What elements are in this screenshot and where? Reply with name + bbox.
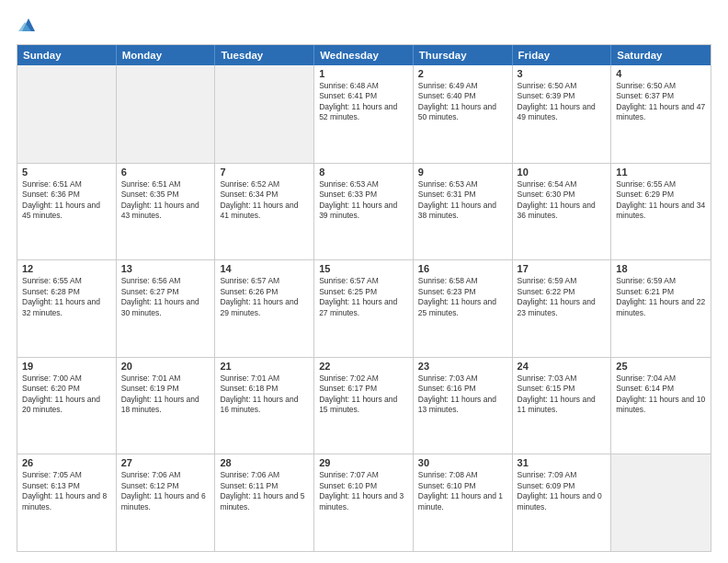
day-number: 2 xyxy=(418,68,507,79)
day-info: Sunrise: 6:52 AM Sunset: 6:34 PM Dayligh… xyxy=(220,179,309,222)
day-number: 31 xyxy=(518,457,607,468)
page: SundayMondayTuesdayWednesdayThursdayFrid… xyxy=(0,0,728,563)
day-info: Sunrise: 7:09 AM Sunset: 6:09 PM Dayligh… xyxy=(518,470,607,512)
calendar-row-2: 5Sunrise: 6:51 AM Sunset: 6:36 PM Daylig… xyxy=(17,163,711,260)
day-number: 1 xyxy=(319,68,408,79)
day-info: Sunrise: 6:57 AM Sunset: 6:25 PM Dayligh… xyxy=(319,276,408,318)
day-number: 6 xyxy=(121,167,210,178)
day-info: Sunrise: 6:59 AM Sunset: 6:22 PM Dayligh… xyxy=(518,276,607,318)
day-info: Sunrise: 6:55 AM Sunset: 6:29 PM Dayligh… xyxy=(616,179,706,222)
logo-icon xyxy=(18,15,39,35)
day-info: Sunrise: 6:58 AM Sunset: 6:23 PM Dayligh… xyxy=(418,276,507,318)
calendar-cell-29: 29Sunrise: 7:07 AM Sunset: 6:10 PM Dayli… xyxy=(314,454,414,551)
calendar-cell-3: 3Sunrise: 6:50 AM Sunset: 6:39 PM Daylig… xyxy=(513,65,612,163)
day-info: Sunrise: 7:01 AM Sunset: 6:19 PM Dayligh… xyxy=(121,373,210,416)
day-info: Sunrise: 6:55 AM Sunset: 6:28 PM Dayligh… xyxy=(22,276,111,318)
day-info: Sunrise: 7:00 AM Sunset: 6:20 PM Dayligh… xyxy=(22,373,111,416)
calendar-cell-empty-0-0 xyxy=(17,65,117,163)
calendar-cell-24: 24Sunrise: 7:03 AM Sunset: 6:15 PM Dayli… xyxy=(513,358,612,454)
calendar-cell-empty-4-6 xyxy=(611,454,711,551)
calendar-body: 1Sunrise: 6:48 AM Sunset: 6:41 PM Daylig… xyxy=(17,65,711,551)
day-number: 26 xyxy=(22,457,111,468)
calendar-cell-empty-0-1 xyxy=(117,65,216,163)
calendar-cell-28: 28Sunrise: 7:06 AM Sunset: 6:11 PM Dayli… xyxy=(215,454,314,551)
calendar-cell-7: 7Sunrise: 6:52 AM Sunset: 6:34 PM Daylig… xyxy=(215,164,314,260)
day-info: Sunrise: 7:07 AM Sunset: 6:10 PM Dayligh… xyxy=(319,470,408,512)
calendar-cell-21: 21Sunrise: 7:01 AM Sunset: 6:18 PM Dayli… xyxy=(215,358,314,454)
day-number: 25 xyxy=(616,361,706,372)
day-number: 8 xyxy=(319,167,408,178)
weekday-header-saturday: Saturday xyxy=(611,45,711,65)
day-number: 18 xyxy=(616,263,706,274)
day-info: Sunrise: 6:53 AM Sunset: 6:33 PM Dayligh… xyxy=(319,179,408,222)
day-number: 5 xyxy=(22,167,111,178)
day-number: 23 xyxy=(418,361,507,372)
day-info: Sunrise: 6:56 AM Sunset: 6:27 PM Dayligh… xyxy=(121,276,210,318)
day-number: 4 xyxy=(616,68,706,79)
calendar-cell-10: 10Sunrise: 6:54 AM Sunset: 6:30 PM Dayli… xyxy=(513,164,612,260)
day-number: 10 xyxy=(518,167,607,178)
day-info: Sunrise: 6:50 AM Sunset: 6:39 PM Dayligh… xyxy=(518,81,607,123)
calendar-cell-5: 5Sunrise: 6:51 AM Sunset: 6:36 PM Daylig… xyxy=(17,164,117,260)
day-number: 7 xyxy=(220,167,309,178)
calendar-cell-1: 1Sunrise: 6:48 AM Sunset: 6:41 PM Daylig… xyxy=(314,65,414,163)
day-info: Sunrise: 6:51 AM Sunset: 6:35 PM Dayligh… xyxy=(121,179,210,222)
calendar-cell-15: 15Sunrise: 6:57 AM Sunset: 6:25 PM Dayli… xyxy=(314,260,414,357)
day-info: Sunrise: 7:01 AM Sunset: 6:18 PM Dayligh… xyxy=(220,373,309,416)
day-number: 14 xyxy=(220,263,309,274)
weekday-header-monday: Monday xyxy=(117,45,216,65)
calendar-cell-31: 31Sunrise: 7:09 AM Sunset: 6:09 PM Dayli… xyxy=(513,454,612,551)
calendar-cell-27: 27Sunrise: 7:06 AM Sunset: 6:12 PM Dayli… xyxy=(117,454,216,551)
calendar-cell-17: 17Sunrise: 6:59 AM Sunset: 6:22 PM Dayli… xyxy=(513,260,612,357)
calendar-cell-16: 16Sunrise: 6:58 AM Sunset: 6:23 PM Dayli… xyxy=(414,260,513,357)
weekday-header-tuesday: Tuesday xyxy=(215,45,314,65)
day-info: Sunrise: 6:50 AM Sunset: 6:37 PM Dayligh… xyxy=(616,81,706,123)
day-number: 3 xyxy=(518,68,607,79)
calendar-cell-empty-0-2 xyxy=(215,65,314,163)
weekday-header-sunday: Sunday xyxy=(17,45,117,65)
day-info: Sunrise: 6:53 AM Sunset: 6:31 PM Dayligh… xyxy=(418,179,507,222)
day-number: 29 xyxy=(319,457,408,468)
day-number: 15 xyxy=(319,263,408,274)
day-info: Sunrise: 7:02 AM Sunset: 6:17 PM Dayligh… xyxy=(319,373,408,416)
day-info: Sunrise: 7:05 AM Sunset: 6:13 PM Dayligh… xyxy=(22,470,111,512)
calendar-cell-6: 6Sunrise: 6:51 AM Sunset: 6:35 PM Daylig… xyxy=(117,164,216,260)
day-info: Sunrise: 7:06 AM Sunset: 6:11 PM Dayligh… xyxy=(220,470,309,512)
day-number: 19 xyxy=(22,361,111,372)
weekday-header-wednesday: Wednesday xyxy=(314,45,414,65)
calendar: SundayMondayTuesdayWednesdayThursdayFrid… xyxy=(17,44,711,552)
calendar-cell-4: 4Sunrise: 6:50 AM Sunset: 6:37 PM Daylig… xyxy=(611,65,711,163)
day-info: Sunrise: 6:57 AM Sunset: 6:26 PM Dayligh… xyxy=(220,276,309,318)
calendar-row-1: 1Sunrise: 6:48 AM Sunset: 6:41 PM Daylig… xyxy=(17,65,711,163)
day-number: 12 xyxy=(22,263,111,274)
day-number: 17 xyxy=(518,263,607,274)
calendar-cell-18: 18Sunrise: 6:59 AM Sunset: 6:21 PM Dayli… xyxy=(611,260,711,357)
day-number: 28 xyxy=(220,457,309,468)
day-number: 22 xyxy=(319,361,408,372)
day-number: 21 xyxy=(220,361,309,372)
calendar-cell-14: 14Sunrise: 6:57 AM Sunset: 6:26 PM Dayli… xyxy=(215,260,314,357)
logo xyxy=(17,15,39,35)
day-number: 13 xyxy=(121,263,210,274)
day-number: 9 xyxy=(418,167,507,178)
calendar-cell-11: 11Sunrise: 6:55 AM Sunset: 6:29 PM Dayli… xyxy=(611,164,711,260)
day-info: Sunrise: 6:59 AM Sunset: 6:21 PM Dayligh… xyxy=(616,276,706,318)
calendar-cell-8: 8Sunrise: 6:53 AM Sunset: 6:33 PM Daylig… xyxy=(314,164,414,260)
day-number: 20 xyxy=(121,361,210,372)
calendar-row-3: 12Sunrise: 6:55 AM Sunset: 6:28 PM Dayli… xyxy=(17,259,711,357)
day-info: Sunrise: 7:03 AM Sunset: 6:16 PM Dayligh… xyxy=(418,373,507,416)
day-info: Sunrise: 7:08 AM Sunset: 6:10 PM Dayligh… xyxy=(418,470,507,512)
calendar-cell-22: 22Sunrise: 7:02 AM Sunset: 6:17 PM Dayli… xyxy=(314,358,414,454)
calendar-row-5: 26Sunrise: 7:05 AM Sunset: 6:13 PM Dayli… xyxy=(17,454,711,551)
day-number: 24 xyxy=(518,361,607,372)
day-info: Sunrise: 7:06 AM Sunset: 6:12 PM Dayligh… xyxy=(121,470,210,512)
calendar-cell-12: 12Sunrise: 6:55 AM Sunset: 6:28 PM Dayli… xyxy=(17,260,117,357)
day-info: Sunrise: 7:04 AM Sunset: 6:14 PM Dayligh… xyxy=(616,373,706,416)
day-number: 16 xyxy=(418,263,507,274)
calendar-row-4: 19Sunrise: 7:00 AM Sunset: 6:20 PM Dayli… xyxy=(17,357,711,454)
day-info: Sunrise: 6:48 AM Sunset: 6:41 PM Dayligh… xyxy=(319,81,408,123)
day-info: Sunrise: 6:49 AM Sunset: 6:40 PM Dayligh… xyxy=(418,81,507,123)
day-number: 30 xyxy=(418,457,507,468)
weekday-header-thursday: Thursday xyxy=(414,45,513,65)
day-info: Sunrise: 7:03 AM Sunset: 6:15 PM Dayligh… xyxy=(518,373,607,416)
